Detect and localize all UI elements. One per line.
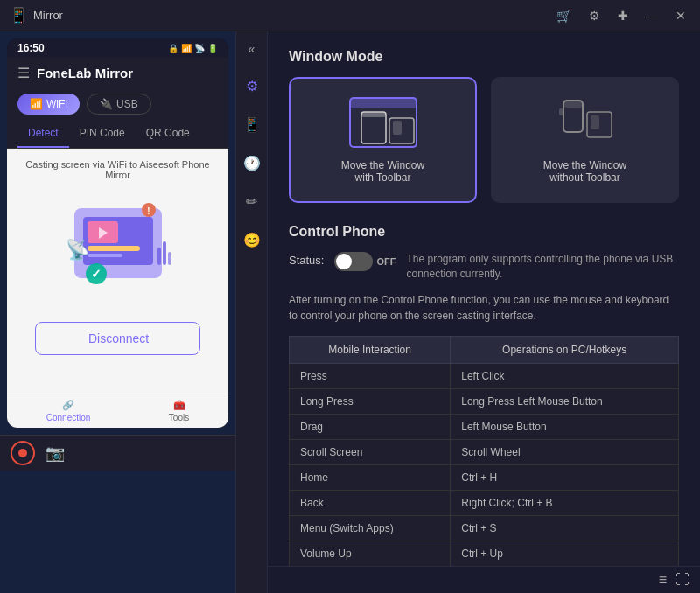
toggle-knob [336,254,352,269]
phone-header: ☰ FoneLab Mirror [7,58,228,88]
close-button[interactable]: ✕ [670,7,691,24]
card-without-toolbar-icon [550,96,620,149]
phone-nav: 🔗 Connection 🧰 Tools [7,394,228,428]
window-controls: 🛒 ⚙ ✚ — ✕ [551,7,691,24]
settings-icon[interactable]: ⚙ [584,7,606,24]
screenshot-button[interactable]: 📷 [46,443,65,463]
record-button[interactable] [10,441,35,465]
svg-rect-11 [168,252,172,265]
bottom-right-bar: ≡ ⛶ [268,566,700,593]
sidebar-history-icon[interactable]: 🕐 [240,150,264,175]
right-content: Window Mode Move the Windowwith Toolbar [268,31,700,566]
pc-hotkey-cell: Long Press Left Mouse Button [451,388,679,414]
wifi-icon: 📶 [181,44,192,53]
svg-rect-4 [88,246,140,251]
sidebar-edit-icon[interactable]: ✏ [240,189,264,213]
hamburger-menu[interactable]: ☰ [18,65,30,81]
table-row: Long PressLong Press Left Mouse Button [290,388,679,414]
cart-icon[interactable]: 🛒 [551,7,577,24]
mobile-interaction-cell: Long Press [290,388,451,414]
svg-rect-10 [163,241,166,265]
svg-rect-24 [591,115,599,129]
window-card-without-toolbar[interactable]: Move the Windowwithout Toolbar [491,77,679,203]
card-with-toolbar-label: Move the Windowwith Toolbar [341,159,424,184]
sidebar-emoji-icon[interactable]: 😊 [240,227,264,252]
usb-btn-label: USB [116,98,138,110]
svg-rect-5 [88,254,122,257]
table-row: Menu (Switch Apps)Ctrl + S [290,515,679,541]
control-status-row: Status: OFF The program only supports co… [289,252,679,282]
mobile-interaction-cell: Press [290,363,451,388]
tab-detect[interactable]: Detect [18,120,69,148]
window-mode-title: Window Mode [289,49,679,65]
mobile-interaction-cell: Back [290,490,451,515]
pc-hotkey-cell: Ctrl + Up [451,541,679,566]
right-panel: Window Mode Move the Windowwith Toolbar [268,31,700,593]
connection-type-row: 📶 WiFi 🔌 USB [7,88,228,120]
svg-rect-15 [350,98,416,108]
window-card-with-toolbar[interactable]: Move the Windowwith Toolbar [289,77,477,203]
usb-button[interactable]: 🔌 USB [87,94,151,115]
detect-tabs: Detect PIN Code QR Code [7,120,228,149]
svg-text:!: ! [147,206,150,216]
pc-hotkey-cell: Scroll Wheel [451,439,679,464]
mobile-interaction-cell: Home [290,464,451,490]
main-layout: 16:50 🔒 📶 📡 🔋 ☰ FoneLab Mirror 📶 WiFi [0,31,700,593]
wifi-btn-label: WiFi [46,98,67,110]
pc-hotkey-cell: Right Click; Ctrl + B [451,490,679,515]
pc-hotkey-cell: Left Mouse Button [451,414,679,439]
phone-status-icons: 🔒 📶 📡 🔋 [168,44,218,53]
app-bottom-bar: 📷 [0,435,235,471]
tab-pincode[interactable]: PIN Code [69,120,136,148]
table-row: Scroll ScreenScroll Wheel [290,439,679,464]
left-panel: 16:50 🔒 📶 📡 🔋 ☰ FoneLab Mirror 📶 WiFi [0,31,236,593]
casting-text: Casting screen via WiFi to Aiseesoft Pho… [18,159,218,180]
control-desc: After turning on the Control Phone funct… [289,292,679,324]
control-toggle[interactable] [334,252,373,271]
mobile-interaction-cell: Drag [290,414,451,439]
connection-icon: 🔗 [62,400,74,411]
fullscreen-icon[interactable]: ⛶ [676,572,690,588]
mobile-interaction-cell: Volume Up [290,541,451,566]
mobile-interaction-cell: Menu (Switch Apps) [290,515,451,541]
svg-rect-9 [158,248,161,265]
svg-rect-17 [361,112,386,117]
tools-icon: 🧰 [173,400,186,411]
list-settings-icon[interactable]: ≡ [659,572,667,588]
col-header-pc: Operations on PC/Hotkeys [451,336,679,363]
nav-tools-label: Tools [169,413,189,422]
pc-hotkey-cell: Ctrl + S [451,515,679,541]
pin-icon[interactable]: ✚ [612,7,634,24]
disconnect-button[interactable]: Disconnect [35,322,200,355]
tab-qrcode[interactable]: QR Code [136,120,200,148]
wifi-btn-icon: 📶 [30,98,43,110]
nav-connection[interactable]: 🔗 Connection [46,400,91,422]
phone-app-title: FoneLab Mirror [37,66,133,80]
svg-text:📡: 📡 [66,238,90,262]
signal-icon: 📡 [194,44,205,53]
wifi-button[interactable]: 📶 WiFi [18,94,80,115]
table-row: PressLeft Click [290,363,679,388]
window-mode-cards: Move the Windowwith Toolbar Move the Win… [289,77,679,203]
usb-btn-icon: 🔌 [100,98,113,110]
table-row: HomeCtrl + H [290,464,679,490]
phone-content-area: Casting screen via WiFi to Aiseesoft Pho… [7,149,228,394]
battery-icon: 🔋 [207,44,218,53]
svg-text:✓: ✓ [91,267,102,281]
phone-status-bar: 16:50 🔒 📶 📡 🔋 [7,38,228,58]
app-icon: 📱 [9,6,28,25]
phone-time: 16:50 [18,42,45,54]
sidebar-collapse-button[interactable]: « [245,38,259,59]
pc-hotkey-cell: Left Click [451,363,679,388]
sidebar-phone-icon[interactable]: 📱 [240,112,264,136]
app-title: Mirror [33,9,551,22]
status-label: Status: [289,254,324,267]
nav-tools[interactable]: 🧰 Tools [169,400,189,422]
nav-connection-label: Connection [46,413,91,422]
sidebar-settings-icon[interactable]: ⚙ [240,73,264,98]
phone-screen: 16:50 🔒 📶 📡 🔋 ☰ FoneLab Mirror 📶 WiFi [7,38,228,428]
table-row: Volume UpCtrl + Up [290,541,679,566]
toggle-state-label: OFF [376,256,396,267]
illustration-svg: ✓ 📡 ! [39,191,197,313]
minimize-button[interactable]: — [640,7,663,24]
